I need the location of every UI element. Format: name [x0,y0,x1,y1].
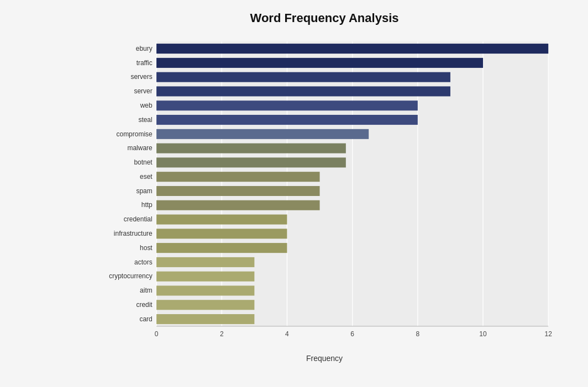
bar-label-cryptocurrency: cryptocurrency [109,272,153,280]
chart-container: Word Frequency Analysis 024681012eburytr… [0,0,588,387]
bar-label-ebury: ebury [136,45,153,52]
bar-aitm [156,285,254,295]
bar-label-card: card [139,315,152,323]
svg-text:8: 8 [416,330,420,338]
svg-text:12: 12 [545,330,553,338]
bar-label-servers: servers [130,73,152,81]
bar-label-compromise: compromise [117,130,153,138]
svg-text:0: 0 [155,330,159,338]
x-axis-label: Frequency [72,354,577,363]
bar-label-http: http [141,201,153,209]
bar-label-web: web [140,102,153,109]
chart-title: Word Frequency Analysis [72,11,577,25]
bar-spam [156,186,319,196]
bar-host [156,243,287,253]
bar-label-botnet: botnet [134,158,153,166]
bar-cryptocurrency [156,272,254,282]
svg-text:10: 10 [479,330,487,338]
svg-text:2: 2 [220,330,224,338]
svg-text:4: 4 [285,330,289,338]
bar-label-host: host [140,244,153,252]
bar-label-credential: credential [124,215,153,223]
bar-label-actors: actors [134,258,153,266]
bar-label-spam: spam [136,187,152,195]
bar-label-aitm: aitm [140,287,153,294]
bar-label-steal: steal [138,116,152,124]
bar-eset [156,172,319,182]
bar-label-credit: credit [136,301,153,309]
bar-label-eset: eset [140,173,153,181]
bar-servers [156,72,450,82]
bar-label-traffic: traffic [136,59,153,67]
bar-http [156,200,319,210]
bar-credit [156,300,254,310]
bar-label-server: server [134,87,152,95]
bar-botnet [156,157,346,167]
bar-traffic [156,58,483,68]
bar-chart-svg: 024681012eburytrafficserversserverwebste… [72,36,577,352]
bar-compromise [156,129,369,139]
bar-infrastructure [156,229,287,238]
bar-malware [156,144,346,153]
bar-server [156,86,450,96]
bar-steal [156,115,418,125]
bar-credential [156,215,287,225]
bar-card [156,314,254,324]
bar-web [156,100,418,110]
svg-text:6: 6 [350,330,354,338]
bar-label-malware: malware [127,144,153,152]
bar-actors [156,257,254,267]
bar-ebury [156,44,548,54]
bar-label-infrastructure: infrastructure [114,230,153,237]
